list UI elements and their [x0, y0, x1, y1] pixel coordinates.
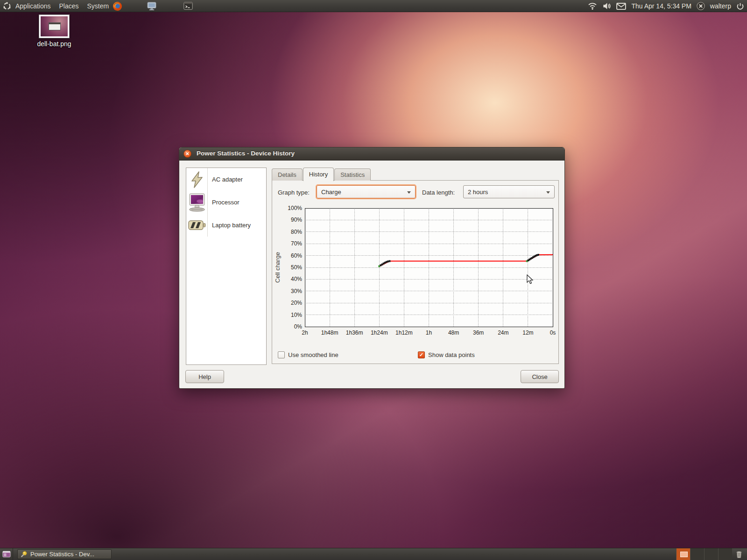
volume-icon[interactable]: [602, 2, 611, 10]
window-title: Power Statistics - Device History: [197, 150, 295, 157]
workspace-3[interactable]: [704, 548, 718, 560]
svg-text:80%: 80%: [291, 229, 302, 235]
chevron-down-icon: [546, 191, 550, 194]
device-label: Processor: [208, 191, 240, 214]
svg-text:70%: 70%: [291, 240, 302, 247]
username[interactable]: walterp: [710, 2, 731, 10]
svg-text:12m: 12m: [522, 329, 533, 336]
menu-bar: ApplicationsPlacesSystem: [11, 0, 113, 12]
option-use-smoothed-line[interactable]: Use smoothed line: [278, 351, 338, 358]
data-length-label: Data length:: [422, 189, 455, 196]
ac-adapter-icon: [186, 168, 208, 191]
workspace-1[interactable]: [676, 548, 690, 560]
svg-text:1h24m: 1h24m: [371, 329, 388, 336]
svg-text:40%: 40%: [291, 276, 302, 282]
file-name: dell-bat.png: [26, 40, 82, 48]
power-icon[interactable]: [736, 2, 744, 10]
device-label: Laptop battery: [208, 214, 251, 237]
option-show-data-points[interactable]: ✓Show data points: [418, 351, 475, 358]
device-label: AC adapter: [208, 168, 243, 191]
help-button[interactable]: Help: [185, 370, 224, 383]
svg-text:1h12m: 1h12m: [395, 329, 413, 336]
terminal-icon[interactable]: [182, 0, 194, 12]
chart-options: Use smoothed line✓Show data points: [272, 351, 559, 361]
svg-text:48m: 48m: [448, 329, 459, 336]
show-desktop-button[interactable]: [0, 548, 13, 560]
graph-type-select[interactable]: Charge: [317, 185, 416, 198]
top-panel: ApplicationsPlacesSystem Thu Apr 14, 5:3…: [0, 0, 747, 12]
checkbox-unchecked[interactable]: [278, 351, 285, 358]
option-label: Use smoothed line: [288, 351, 338, 358]
option-label: Show data points: [428, 351, 475, 358]
display-icon[interactable]: [146, 0, 158, 12]
status-area: Thu Apr 14, 5:34 PM walterp: [588, 0, 744, 12]
menu-system[interactable]: System: [83, 0, 113, 12]
svg-text:0%: 0%: [294, 323, 303, 330]
file-thumbnail: [39, 14, 70, 38]
charge-history-chart: 100%90%80%70%60%50%40%30%20%10%0%2h1h48m…: [272, 200, 559, 340]
laptop-battery-icon: [186, 214, 208, 237]
taskbar-window-button[interactable]: Power Statistics - Dev...: [17, 549, 112, 559]
device-item-laptop-battery[interactable]: Laptop battery: [186, 214, 266, 237]
power-statistics-app-icon: [21, 551, 28, 558]
svg-text:20%: 20%: [291, 300, 302, 306]
svg-text:1h36m: 1h36m: [346, 329, 363, 336]
power-statistics-window: ✕ Power Statistics - Device History AC a…: [179, 147, 565, 389]
graph-type-label: Graph type:: [278, 189, 310, 196]
data-length-select[interactable]: 2 hours: [463, 185, 555, 198]
checkbox-checked[interactable]: ✓: [418, 351, 425, 358]
close-button[interactable]: Close: [521, 370, 559, 383]
mail-icon[interactable]: [616, 3, 626, 10]
trash-icon[interactable]: [732, 548, 746, 560]
desktop-file-dell-bat[interactable]: dell-bat.png: [26, 14, 82, 48]
firefox-icon[interactable]: [111, 0, 123, 12]
workspace-2[interactable]: [690, 548, 704, 560]
workspace-4[interactable]: [718, 548, 732, 560]
distributor-logo-icon[interactable]: [3, 2, 11, 10]
chevron-down-icon: [407, 191, 411, 194]
history-page: Graph type: Charge Data length: 2 hours …: [272, 180, 559, 364]
tab-bar: DetailsHistoryStatistics: [272, 168, 371, 181]
svg-text:100%: 100%: [288, 205, 302, 211]
titlebar[interactable]: ✕ Power Statistics - Device History: [179, 147, 564, 161]
menu-applications[interactable]: Applications: [11, 0, 55, 12]
svg-text:36m: 36m: [473, 329, 484, 336]
processor-icon: [186, 191, 208, 214]
chart-svg: 100%90%80%70%60%50%40%30%20%10%0%2h1h48m…: [272, 200, 559, 340]
mouse-cursor: [527, 274, 534, 285]
bottom-panel: Power Statistics - Dev...: [0, 548, 747, 560]
device-list: AC adapterProcessorLaptop battery: [186, 168, 267, 365]
clock[interactable]: Thu Apr 14, 5:34 PM: [631, 2, 691, 10]
wifi-icon[interactable]: [588, 2, 597, 10]
taskbar-window-label: Power Statistics - Dev...: [30, 551, 94, 558]
svg-text:30%: 30%: [291, 288, 302, 294]
svg-text:0s: 0s: [550, 329, 556, 336]
user-status-icon[interactable]: [697, 2, 705, 10]
svg-text:Cell charge: Cell charge: [274, 252, 281, 283]
svg-text:1h48m: 1h48m: [321, 329, 338, 336]
device-item-ac-adapter[interactable]: AC adapter: [186, 168, 266, 191]
window-close-button[interactable]: ✕: [183, 150, 191, 158]
tab-details[interactable]: Details: [272, 168, 303, 181]
workspace-switcher: [676, 548, 732, 560]
svg-text:90%: 90%: [291, 217, 302, 223]
desktop: ApplicationsPlacesSystem Thu Apr 14, 5:3…: [0, 0, 747, 560]
svg-text:50%: 50%: [291, 264, 302, 271]
device-item-processor[interactable]: Processor: [186, 191, 266, 214]
svg-text:10%: 10%: [291, 312, 302, 318]
svg-text:1h: 1h: [426, 329, 432, 336]
svg-text:Time elapsed: Time elapsed: [411, 339, 447, 340]
svg-text:2h: 2h: [302, 329, 308, 336]
svg-text:24m: 24m: [498, 329, 508, 336]
tab-statistics[interactable]: Statistics: [334, 168, 371, 181]
svg-text:60%: 60%: [291, 252, 302, 259]
menu-places[interactable]: Places: [55, 0, 83, 12]
tab-history[interactable]: History: [303, 168, 334, 181]
